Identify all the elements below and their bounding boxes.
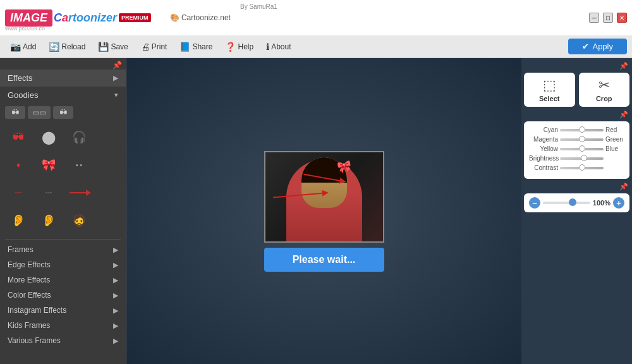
goodies-glasses2[interactable]: ▭▭ xyxy=(28,106,51,119)
zoom-panel: − 100% + xyxy=(524,193,629,212)
image-container: 🎀 xyxy=(264,151,384,243)
kids-frames-menu-item[interactable]: Kids Frames ▶ xyxy=(0,318,126,333)
yellow-blue-row: Yellow Blue xyxy=(529,145,624,152)
goodies-row-1: 🕶 ▭▭ 🕶 xyxy=(0,104,126,121)
about-icon: ℹ xyxy=(266,42,269,52)
divider xyxy=(5,239,121,240)
edge-effects-arrow-icon: ▶ xyxy=(113,261,118,269)
instagram-arrow-icon: ▶ xyxy=(113,306,118,315)
edge-effects-menu-item[interactable]: Edge Effects ▶ xyxy=(0,257,126,272)
goodies-grid: 🕶 ⬤ 🎧 ♦ 🎀 • • 〰 〰 👂 👂 🧔 xyxy=(0,121,126,236)
cyan-red-row: Cyan Red xyxy=(529,126,624,133)
color-effects-arrow-icon: ▶ xyxy=(113,291,118,300)
instagram-menu-item[interactable]: Instagram Effects ▶ xyxy=(0,303,126,318)
bow-overlay[interactable]: 🎀 xyxy=(336,159,352,174)
cyan-red-slider[interactable] xyxy=(560,129,604,131)
frames-menu-item[interactable]: Frames ▶ xyxy=(0,242,126,257)
share-icon: 📘 xyxy=(179,42,190,52)
goodies-bow[interactable]: 🎀 xyxy=(35,153,62,177)
site-url: www.pc0359.cn xyxy=(5,25,45,32)
goodies-dots[interactable]: • • xyxy=(66,153,92,177)
help-icon: ❓ xyxy=(225,42,236,52)
reload-button[interactable]: 🔄 Reload xyxy=(44,40,90,54)
effects-arrow-icon: ▶ xyxy=(113,74,118,82)
close-button[interactable]: ✕ xyxy=(617,13,627,23)
zoom-pin-icon: 📌 xyxy=(619,183,628,191)
zoom-value: 100% xyxy=(593,199,611,207)
print-icon: 🖨 xyxy=(141,42,150,52)
logo-cartoonizer-text: C xyxy=(54,11,62,25)
toolbar: 📷 Add 🔄 Reload 💾 Save 🖨 Print 📘 Share ❓ … xyxy=(0,35,632,58)
zoom-pin-row: 📌 xyxy=(524,181,629,191)
window-controls[interactable]: ─ □ ✕ xyxy=(589,13,632,23)
more-effects-menu-item[interactable]: More Effects ▶ xyxy=(0,272,126,288)
logo-image-text: IMAGE xyxy=(5,9,52,27)
maximize-button[interactable]: □ xyxy=(603,13,613,23)
titlebar: IMAGE Cartoonizer PREMIUM 🎨 Cartoonize.n… xyxy=(0,0,632,35)
goodies-ear1[interactable]: 👂 xyxy=(5,209,32,233)
contrast-slider[interactable] xyxy=(560,167,604,169)
frames-arrow-icon: ▶ xyxy=(113,246,118,254)
magenta-green-slider[interactable] xyxy=(560,138,604,141)
goodies-curl1[interactable]: 〰 xyxy=(5,181,32,205)
crop-icon: ✂ xyxy=(599,77,610,94)
color-pin-icon: 📌 xyxy=(619,111,628,119)
app-logo: IMAGE Cartoonizer PREMIUM 🎨 Cartoonize.n… xyxy=(0,9,589,27)
image-preview: 🎀 xyxy=(265,152,383,241)
effects-menu-item[interactable]: Effects ▶ xyxy=(0,70,126,87)
goodies-glasses3[interactable]: 🕶 xyxy=(53,106,73,119)
goodies-circle[interactable]: ⬤ xyxy=(35,125,62,149)
goodies-glasses1[interactable]: 🕶 xyxy=(5,106,25,119)
add-button[interactable]: 📷 Add xyxy=(5,40,41,54)
canvas-area: 🎀 Please wait... xyxy=(126,58,521,364)
reload-icon: 🔄 xyxy=(49,42,59,52)
save-icon: 💾 xyxy=(98,42,109,52)
cartoonize-net: 🎨 Cartoonize.net xyxy=(170,13,231,22)
goodies-beard[interactable]: 🧔 xyxy=(66,209,92,233)
premium-badge: PREMIUM xyxy=(119,13,151,22)
zoom-out-button[interactable]: − xyxy=(529,197,540,209)
about-button[interactable]: ℹ About xyxy=(261,40,296,54)
goodies-headphones[interactable]: 🎧 xyxy=(66,125,92,149)
kids-frames-arrow-icon: ▶ xyxy=(113,322,118,330)
crop-tool[interactable]: ✂ Crop xyxy=(579,73,630,107)
zoom-slider[interactable] xyxy=(543,202,590,204)
tools-pin-icon: 📌 xyxy=(619,62,628,70)
color-adjustments-panel: Cyan Red Magenta Green Yellow B xyxy=(524,121,629,179)
goodies-curl2[interactable]: 〰 xyxy=(35,181,62,205)
left-panel: 📌 Effects ▶ Goodies ▾ 🕶 ▭▭ 🕶 🕶 ⬤ 🎧 ♦ 🎀 •… xyxy=(0,58,126,364)
more-effects-arrow-icon: ▶ xyxy=(113,276,118,284)
print-button[interactable]: 🖨 Print xyxy=(136,40,173,54)
goodies-small-red1[interactable]: ♦ xyxy=(5,153,32,177)
goodies-ear2[interactable]: 👂 xyxy=(35,209,62,233)
help-button[interactable]: ❓ Help xyxy=(220,40,258,54)
brightness-row: Brightness xyxy=(529,155,624,162)
brightness-slider[interactable] xyxy=(560,157,604,160)
contrast-row: Contrast xyxy=(529,164,624,171)
various-frames-arrow-icon: ▶ xyxy=(113,337,118,345)
checkmark-icon: ✔ xyxy=(582,42,589,51)
select-tool[interactable]: ⬚ Select xyxy=(524,73,575,107)
goodies-menu-item[interactable]: Goodies ▾ xyxy=(0,87,126,104)
magenta-green-row: Magenta Green xyxy=(529,136,624,143)
right-side-panel: 📌 ⬚ Select ✂ Crop 📌 Cyan Red xyxy=(521,58,632,364)
main-content: 📌 Effects ▶ Goodies ▾ 🕶 ▭▭ 🕶 🕶 ⬤ 🎧 ♦ 🎀 •… xyxy=(0,58,632,364)
color-pin-row: 📌 xyxy=(524,109,629,119)
goodies-red-glasses[interactable]: 🕶 xyxy=(5,125,32,149)
minimize-button[interactable]: ─ xyxy=(589,13,599,23)
select-icon: ⬚ xyxy=(543,77,556,94)
left-panel-pin: 📌 xyxy=(0,58,126,70)
goodies-arrow-icon: ▾ xyxy=(114,91,118,99)
save-button[interactable]: 💾 Save xyxy=(93,40,133,54)
samurai-label: By SamuRa1 xyxy=(240,3,277,10)
share-button[interactable]: 📘 Share xyxy=(174,40,217,54)
various-frames-menu-item[interactable]: Various Frames ▶ xyxy=(0,333,126,348)
please-wait-button[interactable]: Please wait... xyxy=(264,248,384,272)
apply-button[interactable]: ✔ Apply xyxy=(568,39,627,54)
yellow-blue-slider[interactable] xyxy=(560,148,604,150)
goodies-arrow-pointer[interactable] xyxy=(66,181,92,205)
add-icon: 📷 xyxy=(10,42,21,52)
tools-pin-row: 📌 xyxy=(524,61,629,70)
color-effects-menu-item[interactable]: Color Effects ▶ xyxy=(0,288,126,303)
zoom-in-button[interactable]: + xyxy=(613,197,624,209)
